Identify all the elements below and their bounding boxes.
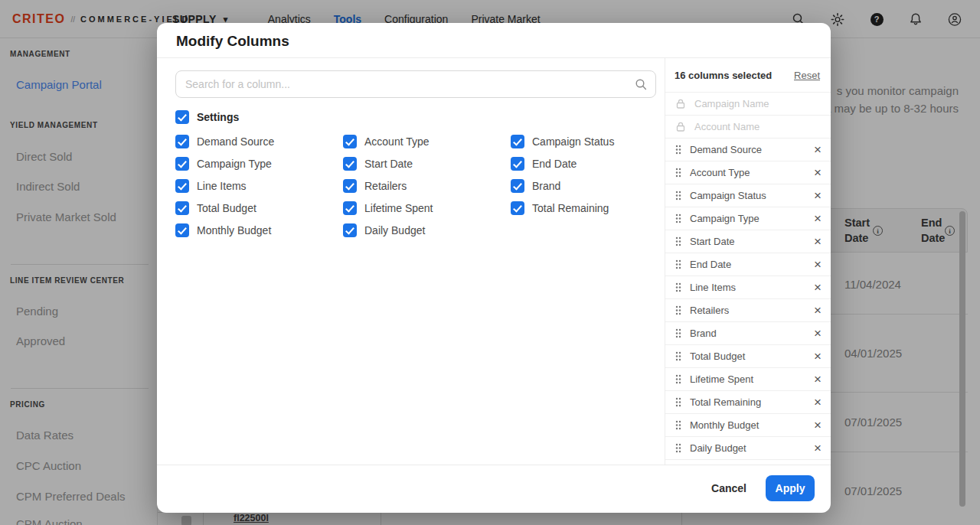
selected-columns-header: 16 columns selected Reset bbox=[665, 58, 831, 92]
checkbox-monthly-budget[interactable]: Monthly Budget bbox=[175, 223, 343, 237]
checkbox-checked bbox=[175, 110, 189, 124]
remove-column-button[interactable]: × bbox=[814, 419, 822, 432]
drag-handle-icon[interactable] bbox=[675, 351, 681, 361]
selected-column-row: Line Items × bbox=[665, 276, 831, 299]
remove-column-button[interactable]: × bbox=[814, 281, 822, 294]
column-search bbox=[175, 70, 656, 98]
drag-handle-icon[interactable] bbox=[675, 236, 681, 246]
drag-handle-icon[interactable] bbox=[675, 168, 681, 178]
checkbox-end-date[interactable]: End Date bbox=[511, 157, 678, 171]
selected-column-row: Lifetime Spent × bbox=[665, 368, 831, 391]
selected-column-row: Total Budget × bbox=[665, 345, 831, 368]
selected-column-row: Campaign Type × bbox=[665, 207, 831, 230]
remove-column-button[interactable]: × bbox=[814, 235, 822, 248]
checkbox-daily-budget[interactable]: Daily Budget bbox=[343, 223, 511, 237]
checkbox-total-budget[interactable]: Total Budget bbox=[175, 201, 343, 215]
drag-handle-icon[interactable] bbox=[675, 145, 681, 155]
reset-link[interactable]: Reset bbox=[794, 70, 820, 81]
drag-handle-icon[interactable] bbox=[675, 259, 681, 269]
lock-icon bbox=[675, 98, 686, 109]
column-checkbox-grid: Demand Source Account Type Campaign Stat… bbox=[175, 135, 678, 237]
locked-column-row: Campaign Name bbox=[665, 93, 831, 116]
remove-column-button[interactable]: × bbox=[814, 350, 822, 363]
checkbox-start-date[interactable]: Start Date bbox=[343, 157, 511, 171]
checkbox-retailers[interactable]: Retailers bbox=[343, 179, 511, 193]
selected-column-row: Demand Source × bbox=[665, 139, 831, 161]
remove-column-button[interactable]: × bbox=[814, 442, 822, 455]
remove-column-button[interactable]: × bbox=[814, 396, 822, 409]
drag-handle-icon[interactable] bbox=[675, 214, 681, 223]
remove-column-button[interactable]: × bbox=[814, 212, 822, 225]
checkbox-brand[interactable]: Brand bbox=[511, 179, 678, 193]
checkbox-line-items[interactable]: Line Items bbox=[175, 179, 343, 193]
selected-column-row: Campaign Status × bbox=[665, 184, 831, 207]
search-icon bbox=[635, 78, 648, 94]
locked-column-row: Account Name bbox=[665, 116, 831, 139]
cancel-button[interactable]: Cancel bbox=[711, 482, 746, 494]
modify-columns-modal: Modify Columns Settings Demand Source Ac… bbox=[157, 23, 831, 513]
selected-count: 16 columns selected bbox=[675, 70, 772, 81]
remove-column-button[interactable]: × bbox=[814, 373, 822, 386]
checkbox-campaign-type[interactable]: Campaign Type bbox=[175, 157, 343, 171]
selected-column-row: Total Remaining × bbox=[665, 391, 831, 414]
drag-handle-icon[interactable] bbox=[675, 397, 681, 407]
checkbox-lifetime-spent[interactable]: Lifetime Spent bbox=[343, 201, 511, 215]
drag-handle-icon[interactable] bbox=[675, 282, 681, 292]
selected-column-row: Start Date × bbox=[665, 230, 831, 253]
checkbox-account-type[interactable]: Account Type bbox=[343, 135, 511, 148]
remove-column-button[interactable]: × bbox=[814, 304, 822, 317]
drag-handle-icon[interactable] bbox=[675, 328, 681, 338]
checkbox-settings-group[interactable]: Settings bbox=[175, 110, 239, 124]
column-search-input[interactable] bbox=[176, 71, 655, 97]
selected-column-row: Retailers × bbox=[665, 299, 831, 322]
selected-columns-panel: 16 columns selected Reset Campaign Name … bbox=[665, 58, 831, 465]
modal-title: Modify Columns bbox=[176, 33, 289, 50]
drag-handle-icon[interactable] bbox=[675, 374, 681, 384]
remove-column-button[interactable]: × bbox=[814, 258, 822, 271]
drag-handle-icon[interactable] bbox=[675, 443, 681, 453]
selected-column-row: End Date × bbox=[665, 253, 831, 276]
selected-columns-list: Campaign Name Account Name Demand Source… bbox=[665, 92, 831, 460]
drag-handle-icon[interactable] bbox=[675, 420, 681, 430]
remove-column-button[interactable]: × bbox=[814, 166, 822, 179]
checkbox-demand-source[interactable]: Demand Source bbox=[175, 135, 343, 148]
drag-handle-icon[interactable] bbox=[675, 191, 681, 201]
selected-column-row: Brand × bbox=[665, 322, 831, 345]
apply-button[interactable]: Apply bbox=[766, 475, 815, 501]
remove-column-button[interactable]: × bbox=[814, 143, 822, 156]
checkbox-label: Settings bbox=[197, 111, 239, 123]
selected-column-row: Daily Budget × bbox=[665, 437, 831, 460]
lock-icon bbox=[675, 121, 686, 132]
drag-handle-icon[interactable] bbox=[675, 305, 681, 315]
remove-column-button[interactable]: × bbox=[814, 327, 822, 340]
selected-column-row: Account Type × bbox=[665, 161, 831, 184]
remove-column-button[interactable]: × bbox=[814, 189, 822, 202]
checkbox-total-remaining[interactable]: Total Remaining bbox=[511, 201, 678, 215]
selected-column-row: Monthly Budget × bbox=[665, 414, 831, 437]
checkbox-campaign-status[interactable]: Campaign Status bbox=[511, 135, 678, 148]
app-root: CRITEO // COMMERCE-YIELD SUPPLY ▾ Analyt… bbox=[0, 0, 980, 525]
modal-footer-divider bbox=[157, 465, 831, 465]
